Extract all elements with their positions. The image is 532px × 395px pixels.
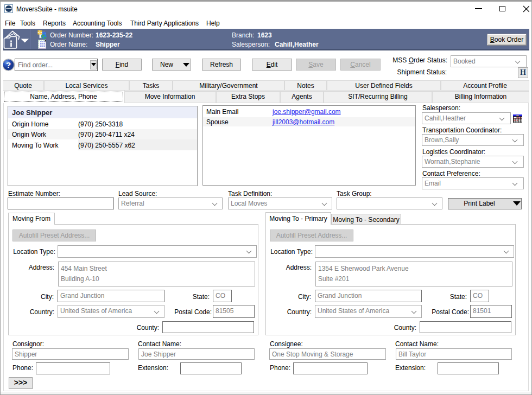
svg-text:?: ? [6, 60, 11, 69]
